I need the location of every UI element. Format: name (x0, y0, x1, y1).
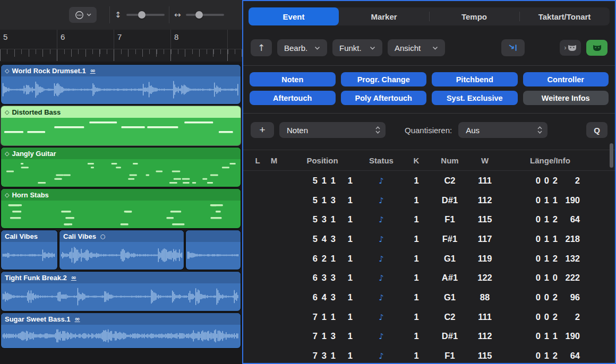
region-sugar-sweet-bass[interactable]: Sugar Sweet Bass.1 ∞ (1, 313, 241, 348)
region-cali-vibes-1[interactable]: Cali Vibes (1, 230, 57, 270)
event-type-select[interactable]: Noten (279, 122, 386, 138)
col-length-info[interactable]: Länge/Info (502, 156, 598, 165)
region-cali-vibes-2[interactable]: Cali Vibes ○ (59, 230, 184, 270)
midi-in-filter-button[interactable]: › (560, 40, 581, 56)
length-cell: 0022 (502, 312, 598, 322)
event-row[interactable]: 5311 ♪ 1 F1 115 01264 (250, 210, 615, 229)
col-velocity[interactable]: W (467, 156, 502, 165)
quantize-apply-button[interactable]: Q (586, 122, 608, 138)
event-row[interactable]: 5111 ♪ 1 C2 111 0022 (250, 171, 615, 190)
vertical-zoom-slider[interactable] (126, 14, 165, 16)
region-horn-stabs[interactable]: ◇ Horn Stabs (1, 189, 241, 228)
region-header: Tight Funk Break.2 ∞ (1, 272, 241, 283)
region-tight-funk-break[interactable]: Tight Funk Break.2 ∞ (1, 272, 241, 311)
mask-icon (593, 45, 602, 51)
event-row[interactable]: 5431 ♪ 1 F#1 117 011218 (250, 229, 615, 249)
region-distorted-bass[interactable]: ◇ Distorted Bass (1, 106, 241, 145)
num-cell: G1 (432, 292, 467, 302)
region-options-button[interactable] (69, 7, 97, 23)
mask-icon (568, 45, 577, 51)
region-name: Cali Vibes (5, 232, 38, 240)
audio-waveform (187, 244, 239, 267)
col-m[interactable]: M (266, 156, 283, 165)
event-row[interactable]: 7311 ♪ 1 F1 115 01264 (250, 346, 615, 363)
view-menu-button[interactable]: Ansicht (388, 39, 445, 56)
midi-capture-button[interactable] (586, 40, 608, 56)
bar-gridline (114, 30, 114, 49)
horizontal-zoom-slider[interactable] (186, 14, 224, 16)
filter-pitchbend[interactable]: Pitchbend (432, 72, 518, 86)
region-name: Jangly Guitar (12, 150, 56, 158)
vertical-zoom-thumb[interactable] (138, 11, 146, 19)
col-channel[interactable]: K (400, 156, 432, 165)
region-jangly-guitar[interactable]: ◇ Jangly Guitar (1, 148, 241, 187)
filter-aftertouch[interactable]: Aftertouch (250, 91, 336, 105)
position-cell: 5131 (283, 195, 362, 205)
region-header: ◇ Horn Stabs (1, 189, 241, 201)
audio-waveform (3, 326, 239, 345)
region-prefix-icon: ◇ (5, 192, 9, 198)
status-cell: ♪ (362, 273, 400, 283)
velocity-cell: 88 (467, 292, 502, 302)
event-list-panel: Event Marker Tempo Taktart/Tonart ↑ Bear… (242, 0, 616, 364)
position-cell: 7111 (283, 312, 362, 322)
velocity-cell: 115 (467, 351, 502, 361)
col-position[interactable]: Position (283, 156, 362, 165)
tab-event[interactable]: Event (249, 7, 339, 25)
horizontal-zoom-thumb[interactable] (195, 11, 203, 19)
scrollbar-thumb[interactable] (610, 143, 613, 168)
event-row[interactable]: 6431 ♪ 1 G1 88 00296 (250, 288, 615, 307)
event-row[interactable]: 7111 ♪ 1 C2 111 0022 (250, 307, 615, 327)
region-header: Sugar Sweet Bass.1 ∞ (1, 313, 241, 325)
col-status[interactable]: Status (362, 156, 400, 165)
quantize-select[interactable]: Aus (458, 122, 547, 138)
horizontal-zoom-icon: ↔ (174, 10, 181, 20)
event-row[interactable]: 5131 ♪ 1 D#1 112 011190 (250, 190, 615, 210)
tab-taktart-tonart[interactable]: Taktart/Tonart (519, 7, 610, 25)
tab-marker[interactable]: Marker (339, 7, 429, 25)
region-cali-vibes-3[interactable] (186, 230, 241, 270)
velocity-cell: 112 (467, 331, 502, 341)
tab-tempo[interactable]: Tempo (429, 7, 519, 25)
tracks-toolbar: ↕ ↔ (0, 0, 242, 30)
midi-in-button[interactable] (501, 39, 525, 56)
velocity-cell: 111 (467, 312, 502, 322)
event-row[interactable]: 7131 ♪ 1 D#1 112 011190 (250, 327, 615, 346)
status-cell: ♪ (362, 312, 400, 322)
region-world-rock-drumset[interactable]: ◇ World Rock Drumset.1 ∞ (1, 65, 241, 104)
position-cell: 7311 (283, 351, 362, 361)
note-icon: ♪ (379, 273, 384, 283)
filter-controller[interactable]: Controller (523, 72, 609, 86)
circle-dots-icon (75, 11, 84, 20)
bar-ruler[interactable]: 5 6 7 8 (0, 30, 242, 62)
channel-cell: 1 (400, 234, 432, 244)
note-icon: ♪ (379, 254, 384, 264)
add-event-button[interactable]: + (251, 122, 274, 138)
filter-syst-exclusive[interactable]: Syst. Exclusive (432, 91, 518, 105)
status-cell: ♪ (362, 292, 400, 302)
filter-progr-change[interactable]: Progr. Change (341, 72, 427, 86)
vertical-zoom-icon: ↕ (115, 10, 122, 20)
length-cell: 011190 (502, 195, 598, 205)
region-prefix-icon: ◇ (5, 150, 9, 157)
tracks-panel: ↕ ↔ 5 6 7 8 (0, 0, 242, 364)
num-cell: F1 (432, 351, 467, 361)
functions-menu-button[interactable]: Funkt. (332, 39, 382, 56)
filter-poly-aftertouch[interactable]: Poly Aftertouch (341, 91, 427, 105)
event-row[interactable]: 6331 ♪ 1 A#1 122 010222 (250, 268, 615, 288)
col-l[interactable]: L (250, 156, 266, 165)
filter-weitere-infos[interactable]: Weitere Infos (523, 91, 609, 105)
filter-noten[interactable]: Noten (250, 72, 336, 86)
region-name: Horn Stabs (12, 191, 48, 199)
ruler-ticks (0, 49, 242, 62)
audio-waveform (3, 244, 56, 267)
table-header: L M Position Status K Num W Länge/Info (243, 150, 615, 171)
scroll-to-selection-button[interactable]: ↑ (251, 39, 272, 56)
position-cell: 6211 (283, 254, 362, 264)
col-num[interactable]: Num (432, 156, 467, 165)
region-header: Cali Vibes ○ (59, 230, 184, 242)
edit-menu-button[interactable]: Bearb. (277, 39, 327, 56)
chevron-down-icon (87, 13, 91, 16)
event-row[interactable]: 6211 ♪ 1 G1 119 012132 (250, 249, 615, 268)
position-cell: 5311 (283, 214, 362, 224)
